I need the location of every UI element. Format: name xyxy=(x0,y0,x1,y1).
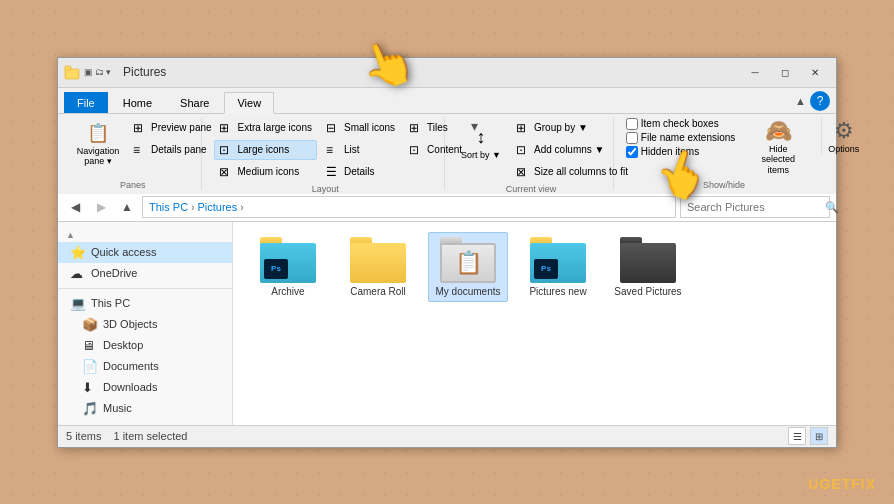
file-area: Ps Archive Camera Roll 📋 xyxy=(233,222,836,425)
sidebar: ▲ ⭐ Quick access ☁ OneDrive 💻 This PC 📦 … xyxy=(58,222,233,425)
item-count: 5 items xyxy=(66,430,101,442)
sidebar-item-onedrive[interactable]: ☁ OneDrive xyxy=(58,263,232,284)
tb-icon1[interactable]: ▣ xyxy=(84,67,93,77)
large-icons-button[interactable]: ⊡ Large icons xyxy=(214,140,316,160)
sidebar-item-label-3d-objects: 3D Objects xyxy=(103,318,157,330)
file-item-my-documents[interactable]: 📋 My documents xyxy=(428,232,508,302)
current-view-label: Current view xyxy=(457,182,605,194)
sidebar-item-documents[interactable]: 📄 Documents xyxy=(58,356,232,377)
documents-icon: 📄 xyxy=(82,359,98,374)
options-button[interactable]: ⚙ Options xyxy=(821,118,859,154)
navigation-pane-button[interactable]: 📋 Navigationpane ▾ xyxy=(72,118,124,170)
options-icon: ⚙ xyxy=(834,118,854,144)
sidebar-item-this-pc[interactable]: 💻 This PC xyxy=(58,293,232,314)
file-item-saved-pictures[interactable]: Saved Pictures xyxy=(608,232,688,302)
watermark-suffix: TFIX xyxy=(842,476,876,492)
group-by-button[interactable]: ⊞ Group by ▼ xyxy=(511,118,633,138)
watermark-prefix: UG xyxy=(808,476,831,492)
sidebar-item-quick-access[interactable]: ⭐ Quick access xyxy=(58,242,232,263)
address-bar: ◀ ▶ ▲ This PC › Pictures › 🔍 xyxy=(58,194,836,222)
breadcrumb-sep1: › xyxy=(191,202,194,213)
sidebar-scroll-up[interactable]: ▲ xyxy=(58,228,232,242)
file-item-archive[interactable]: Ps Archive xyxy=(248,232,328,302)
main-content: ▲ ⭐ Quick access ☁ OneDrive 💻 This PC 📦 … xyxy=(58,222,836,425)
back-button[interactable]: ◀ xyxy=(64,196,86,218)
address-path[interactable]: This PC › Pictures › xyxy=(142,196,676,218)
sidebar-item-label-desktop: Desktop xyxy=(103,339,143,351)
window-controls: ─ ◻ ✕ xyxy=(740,60,830,84)
watermark-highlight: E xyxy=(831,476,841,492)
large-icons-view-btn[interactable]: ⊞ xyxy=(810,427,828,445)
hidden-items-checkbox[interactable] xyxy=(626,146,638,158)
desktop-icon: 🖥 xyxy=(82,338,98,353)
extra-large-icons-button[interactable]: ⊞ Extra large icons xyxy=(214,118,316,138)
details-icon: ☰ xyxy=(326,165,340,179)
sort-by-button[interactable]: ↕ Sort by ▼ xyxy=(457,118,505,170)
content-icon: ⊡ xyxy=(409,143,423,157)
tab-share[interactable]: Share xyxy=(167,92,222,113)
camera-roll-folder-icon xyxy=(350,237,406,283)
layout-group-label: Layout xyxy=(214,182,436,194)
file-name-extensions-checkbox[interactable] xyxy=(626,132,638,144)
show-hide-label: Show/hide xyxy=(626,178,822,190)
tab-file[interactable]: File xyxy=(64,92,108,113)
details-pane-icon: ≡ xyxy=(133,143,147,157)
details-pane-button[interactable]: ≡ Details pane xyxy=(128,140,217,160)
ribbon-collapse-btn[interactable]: ▲ xyxy=(795,95,806,107)
details-button[interactable]: ☰ Details xyxy=(321,162,400,182)
hidden-items-label: Hidden items xyxy=(641,146,699,157)
tab-view[interactable]: View xyxy=(224,92,274,114)
search-icon: 🔍 xyxy=(825,201,839,214)
details-view-btn[interactable]: ☰ xyxy=(788,427,806,445)
forward-button[interactable]: ▶ xyxy=(90,196,112,218)
sidebar-item-downloads[interactable]: ⬇ Downloads xyxy=(58,377,232,398)
minimize-button[interactable]: ─ xyxy=(740,60,770,84)
title-bar: ▣ 🗂 ▾ Pictures ─ ◻ ✕ xyxy=(58,58,836,88)
current-view-content: ↕ Sort by ▼ ⊞ Group by ▼ ⊡ Add columns ▼ xyxy=(457,118,633,182)
item-check-boxes-checkbox[interactable] xyxy=(626,118,638,130)
search-input[interactable] xyxy=(687,201,825,213)
file-item-camera-roll[interactable]: Camera Roll xyxy=(338,232,418,302)
navigation-pane-icon: 📋 xyxy=(87,122,109,144)
sidebar-item-label-this-pc: This PC xyxy=(91,297,130,309)
tb-icon2[interactable]: 🗂 xyxy=(95,67,104,77)
archive-folder-icon: Ps xyxy=(260,237,316,283)
help-button[interactable]: ? xyxy=(810,91,830,111)
sidebar-item-3d-objects[interactable]: 📦 3D Objects xyxy=(58,314,232,335)
medium-icons-button[interactable]: ⊠ Medium icons xyxy=(214,162,316,182)
status-bar: 5 items 1 item selected ☰ ⊞ xyxy=(58,425,836,447)
list-button[interactable]: ≡ List xyxy=(321,140,400,160)
layout-col2: ⊟ Small icons ≡ List ☰ Details xyxy=(321,118,400,182)
search-box[interactable]: 🔍 xyxy=(680,196,830,218)
small-icons-button[interactable]: ⊟ Small icons xyxy=(321,118,400,138)
sidebar-item-desktop[interactable]: 🖥 Desktop xyxy=(58,335,232,356)
saved-pictures-label: Saved Pictures xyxy=(614,286,681,297)
up-button[interactable]: ▲ xyxy=(116,196,138,218)
breadcrumb-this-pc[interactable]: This PC xyxy=(149,201,188,213)
preview-pane-icon: ⊞ xyxy=(133,121,147,135)
view-options-group: ⊞ Group by ▼ ⊡ Add columns ▼ ⊠ Size all … xyxy=(511,118,633,182)
file-item-pictures-new[interactable]: Ps Pictures new xyxy=(518,232,598,302)
watermark: UGETFIX xyxy=(808,476,876,492)
hide-selected-items-button[interactable]: 🙈 Hide selecteditems xyxy=(752,118,804,176)
tab-home[interactable]: Home xyxy=(110,92,165,113)
pictures-new-ps-badge: Ps xyxy=(534,259,558,279)
preview-pane-button[interactable]: ⊞ Preview pane xyxy=(128,118,217,138)
sidebar-item-music[interactable]: 🎵 Music xyxy=(58,398,232,419)
svg-rect-0 xyxy=(65,69,79,79)
maximize-button[interactable]: ◻ xyxy=(770,60,800,84)
add-columns-button[interactable]: ⊡ Add columns ▼ xyxy=(511,140,633,160)
sidebar-item-label-downloads: Downloads xyxy=(103,381,157,393)
layout-content: ⊞ Extra large icons ⊡ Large icons ⊠ Medi… xyxy=(214,118,478,182)
hidden-items-row: Hidden items xyxy=(626,146,736,158)
file-name-extensions-row: File name extensions xyxy=(626,132,736,144)
show-hide-content: Item check boxes File name extensions Hi… xyxy=(626,118,860,178)
breadcrumb-pictures[interactable]: Pictures xyxy=(197,201,237,213)
close-button[interactable]: ✕ xyxy=(800,60,830,84)
size-all-button[interactable]: ⊠ Size all columns to fit xyxy=(511,162,633,182)
tb-icon3[interactable]: ▾ xyxy=(106,67,111,77)
ribbon-group-show-hide: Item check boxes File name extensions Hi… xyxy=(618,118,830,190)
hide-selected-icon: 🙈 xyxy=(765,118,792,144)
window-title: Pictures xyxy=(123,65,166,79)
onedrive-icon: ☁ xyxy=(70,266,86,281)
